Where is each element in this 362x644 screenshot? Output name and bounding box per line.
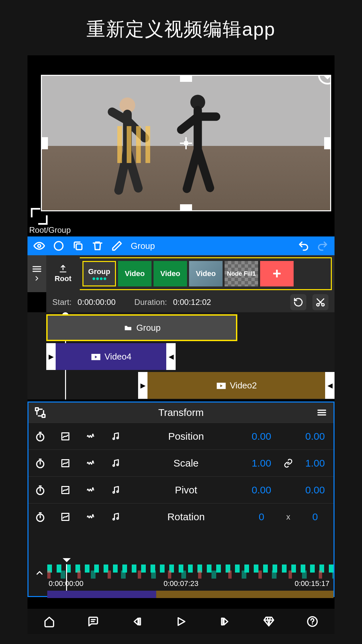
play-icon[interactable] <box>175 616 187 627</box>
fullscreen-icon[interactable] <box>31 208 48 225</box>
undo-icon[interactable] <box>298 240 309 252</box>
crosshair-icon[interactable] <box>180 137 192 149</box>
prop-name: Position <box>129 431 243 442</box>
step-back-icon[interactable] <box>131 616 143 627</box>
side-expand[interactable] <box>27 255 46 292</box>
trash-icon[interactable] <box>92 240 103 252</box>
graph-icon[interactable] <box>52 459 79 468</box>
start-label: Start: <box>52 298 71 307</box>
svg-point-2 <box>38 245 41 248</box>
prop-value-x[interactable]: 0.00 <box>243 484 280 496</box>
wave-icon[interactable] <box>79 432 102 441</box>
root-node[interactable]: Root <box>46 255 80 292</box>
video-node-1[interactable]: Video <box>118 261 152 286</box>
menu-icon[interactable] <box>316 407 327 418</box>
transform-icon[interactable] <box>35 407 46 418</box>
app-window: Root/Group Group Root <box>27 55 335 634</box>
toolbar: Group <box>27 236 335 255</box>
resize-handle-right[interactable] <box>324 137 331 149</box>
svg-point-28 <box>117 491 119 492</box>
toolbar-label: Group <box>131 241 155 251</box>
svg-point-32 <box>117 518 119 519</box>
prop-value-x[interactable]: 0.00 <box>243 431 280 442</box>
track-label: Video4 <box>105 352 132 362</box>
reset-button[interactable] <box>290 294 306 310</box>
node-strip: Root Group Video Video Video Node Fill1 … <box>27 255 335 292</box>
resize-handle-left[interactable] <box>41 137 48 149</box>
rotation-separator: x <box>280 512 297 522</box>
chevron-up-icon[interactable] <box>35 568 45 579</box>
svg-point-31 <box>113 518 115 520</box>
wave-icon[interactable] <box>79 485 102 495</box>
rotate-handle-icon[interactable] <box>318 75 331 85</box>
video-node-3[interactable]: Video <box>189 261 223 286</box>
svg-rect-35 <box>139 618 140 625</box>
step-forward-icon[interactable] <box>219 616 231 627</box>
home-icon[interactable] <box>44 616 55 627</box>
track-clip-video2[interactable]: Video2 <box>147 372 325 399</box>
copy-icon[interactable] <box>72 240 84 252</box>
wave-icon[interactable] <box>79 512 102 522</box>
stopwatch-icon[interactable] <box>28 458 52 469</box>
video-preview[interactable]: Root/Group <box>27 69 335 216</box>
time-label-1: 0:00:00:00 <box>49 579 83 588</box>
breadcrumb: Root/Group <box>29 225 71 235</box>
group-node-label: Group <box>88 267 110 276</box>
start-value[interactable]: 0:00:00:00 <box>77 298 115 307</box>
fill-node[interactable]: Node Fill1 <box>225 261 258 286</box>
clip-handle-left[interactable]: ▶ <box>138 372 147 399</box>
diamond-icon[interactable] <box>263 616 275 627</box>
clip-handle-right[interactable]: ◀ <box>325 372 335 399</box>
prop-value-x[interactable]: 0 <box>243 511 280 523</box>
duration-label: Duration: <box>134 298 167 307</box>
prop-value-y[interactable]: 0.00 <box>297 431 334 442</box>
link-icon[interactable] <box>280 459 297 468</box>
resize-handle-top[interactable] <box>180 75 192 82</box>
svg-point-20 <box>117 437 119 439</box>
music-icon[interactable] <box>102 459 129 468</box>
wave-icon[interactable] <box>79 459 102 468</box>
add-node-button[interactable]: + <box>260 261 294 286</box>
prop-value-y[interactable]: 0.00 <box>297 484 334 496</box>
resize-handle-bottom[interactable] <box>180 204 192 211</box>
svg-point-27 <box>113 491 115 493</box>
clip-handle-left[interactable]: ▶ <box>46 343 56 370</box>
music-icon[interactable] <box>102 512 129 522</box>
prop-value-y[interactable]: 1.00 <box>297 458 334 469</box>
node-dots-icon <box>93 277 106 280</box>
graph-icon[interactable] <box>52 512 79 522</box>
redo-icon[interactable] <box>317 240 328 252</box>
time-label-3: 0:00:15:17 <box>295 579 329 588</box>
prop-value-y[interactable]: 0 <box>297 511 334 523</box>
bottom-bar <box>27 609 335 634</box>
track-clip-group[interactable]: Group <box>46 314 237 341</box>
stopwatch-icon[interactable] <box>28 512 52 522</box>
help-icon[interactable] <box>307 616 318 627</box>
stopwatch-icon[interactable] <box>28 431 52 442</box>
circle-icon[interactable] <box>53 240 64 252</box>
group-node[interactable]: Group <box>82 261 116 286</box>
duration-value[interactable]: 0:00:12:02 <box>173 298 211 307</box>
prop-value-x[interactable]: 1.00 <box>243 458 280 469</box>
prop-name: Scale <box>129 458 243 469</box>
graph-icon[interactable] <box>52 485 79 495</box>
music-icon[interactable] <box>102 485 129 495</box>
track-label: Group <box>136 323 161 333</box>
marker-row-2 <box>47 571 334 579</box>
music-icon[interactable] <box>102 432 129 441</box>
cut-button[interactable] <box>312 294 328 310</box>
graph-icon[interactable] <box>52 432 79 441</box>
clip-handle-right[interactable]: ◀ <box>166 343 176 370</box>
svg-point-19 <box>113 438 115 439</box>
preview-frame[interactable] <box>41 75 331 211</box>
thumb-strip <box>47 591 334 598</box>
timeline-tracks[interactable]: Group ▶ Video4 ◀ ▶ Video2 ◀ <box>27 312 335 399</box>
duration-bar: Start: 0:00:00:00 Duration: 0:00:12:02 <box>46 292 335 312</box>
visibility-icon[interactable] <box>34 240 45 252</box>
stopwatch-icon[interactable] <box>28 485 52 495</box>
edit-icon[interactable] <box>111 240 123 252</box>
track-clip-video4[interactable]: Video4 <box>56 343 166 370</box>
video-node-2[interactable]: Video <box>154 261 187 286</box>
comment-icon[interactable] <box>87 616 99 627</box>
time-ruler[interactable]: 0:00:00:00 0:00:07:23 0:00:15:17 <box>28 579 334 590</box>
